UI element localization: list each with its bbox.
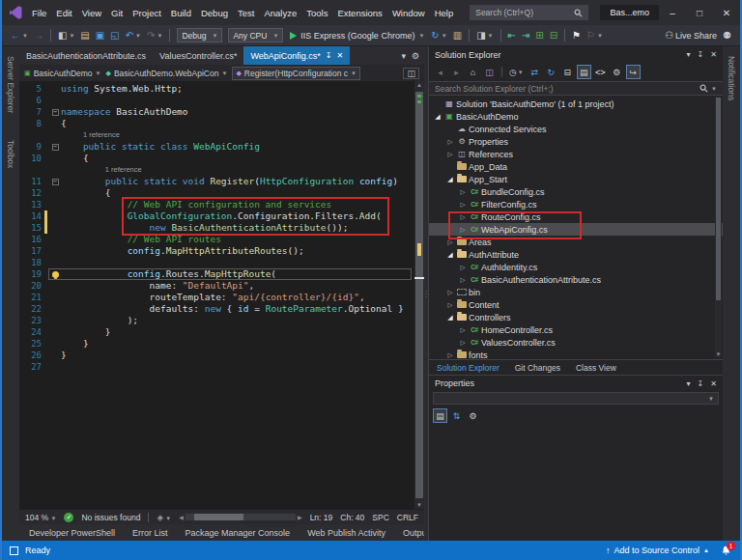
expander-icon[interactable]: ▷ <box>445 301 455 309</box>
close-icon[interactable]: ✕ <box>710 379 717 388</box>
se-refresh-button[interactable]: ↻ <box>544 65 558 79</box>
code-line[interactable]: 13// Web API configuration and services <box>19 199 414 210</box>
code-line[interactable]: 19config.Routes.MapHttpRoute( <box>19 268 414 280</box>
se-home-button[interactable]: ⌂ <box>466 65 480 79</box>
live-share-button[interactable]: ⚇Live Share <box>662 27 720 44</box>
scroll-left-icon[interactable]: ◀ <box>179 514 184 520</box>
scroll-down-icon[interactable]: ▼ <box>414 502 424 508</box>
code-line[interactable]: 17config.MapHttpAttributeRoutes(); <box>19 245 414 257</box>
navigate-next-button[interactable]: ⇥ <box>519 27 532 44</box>
zoom-control[interactable]: 104 % ▼ <box>25 513 56 522</box>
se-pending-changes-filter-button[interactable]: ◷▼ <box>507 65 526 79</box>
expander-icon[interactable]: ◢ <box>433 113 442 121</box>
breadcrumb-class[interactable]: ◆BasicAuthDemo.WebApiCon▼ <box>106 69 228 78</box>
navigate-previous-button[interactable]: ⇤ <box>505 27 519 44</box>
tree-item-webapiconfig-cs[interactable]: ▷C#WebApiConfig.cs <box>429 223 723 236</box>
menu-item-test[interactable]: Test <box>233 4 259 22</box>
split-editor-button[interactable]: ◫ <box>403 68 419 79</box>
expander-icon[interactable]: ▷ <box>458 264 468 271</box>
tree-item-valuescontroller-cs[interactable]: ▷C#ValuesController.cs <box>429 336 723 349</box>
menu-item-tools[interactable]: Tools <box>301 4 332 22</box>
menu-item-file[interactable]: File <box>27 4 51 22</box>
tree-item-solution-basicauthdemo-1-of-1-project-[interactable]: ▦Solution 'BasicAuthDemo' (1 of 1 projec… <box>429 98 723 110</box>
code-line[interactable]: 21routeTemplate: "api/{controller}/{id}"… <box>19 292 414 303</box>
menu-item-project[interactable]: Project <box>128 4 166 22</box>
solution-explorer-search[interactable]: Search Solution Explorer (Ctrl+;) ▼ <box>429 81 723 96</box>
code-line[interactable]: 12{ <box>19 187 414 199</box>
expander-icon[interactable]: ▷ <box>458 276 468 284</box>
panel-tab-solution-explorer[interactable]: Solution Explorer <box>429 361 507 375</box>
expander-icon[interactable]: ◢ <box>445 314 455 322</box>
menu-item-help[interactable]: Help <box>430 4 459 22</box>
lightbulb-icon[interactable] <box>52 271 59 278</box>
solution-platforms-combo[interactable]: Any CPU▼ <box>228 28 283 42</box>
se-view-code-button[interactable]: <> <box>593 65 608 79</box>
se-show-all-files-button[interactable]: ▤ <box>577 65 591 79</box>
document-tab[interactable]: WebApiConfig.cs*↧✕ <box>243 46 350 65</box>
code-line[interactable]: 11−public static void Register(HttpConfi… <box>19 176 414 187</box>
line-indicator[interactable]: Ln: 19 <box>310 513 333 522</box>
se-back-button[interactable]: ◂ <box>433 65 447 79</box>
pin-icon[interactable]: ↧ <box>698 50 704 59</box>
tree-item-basicauthdemo[interactable]: ◢▣BasicAuthDemo <box>429 110 723 123</box>
expander-icon[interactable]: ▷ <box>458 188 468 196</box>
code-line[interactable]: 5using System.Web.Http; <box>19 83 414 95</box>
fold-collapse-icon[interactable]: − <box>52 144 59 151</box>
code-line[interactable]: 8{ <box>19 118 414 129</box>
code-line[interactable]: 23); <box>19 315 414 326</box>
side-tab-toolbox[interactable]: Toolbox <box>6 140 15 168</box>
bottom-tab-web-publish-activity[interactable]: Web Publish Activity <box>307 528 385 538</box>
editor-options-gear[interactable]: ⚙ <box>412 51 419 61</box>
code-line[interactable]: 9−public static class WebApiConfig <box>19 141 414 153</box>
se-sync-active-document-button[interactable]: ⇄ <box>528 65 542 79</box>
pin-icon[interactable]: ↧ <box>326 51 332 60</box>
save-all-button[interactable]: ◱ <box>107 27 122 44</box>
diff-margin-icon[interactable]: ◈ ▼ <box>157 513 171 522</box>
indent-indicator[interactable]: SPC <box>372 513 388 522</box>
chevron-down-icon[interactable]: ▼ <box>711 86 717 92</box>
expander-icon[interactable]: ▷ <box>458 339 468 347</box>
expander-icon[interactable]: ▷ <box>445 151 455 158</box>
fold-collapse-icon[interactable]: − <box>52 109 59 116</box>
bottom-tab-developer-powershell[interactable]: Developer PowerShell <box>29 528 115 538</box>
prop-alphabetical-button[interactable]: ⇅ <box>449 408 464 423</box>
se-preview-selected-button[interactable]: ↪ <box>626 65 641 79</box>
close-icon[interactable]: ✕ <box>337 51 344 60</box>
column-indicator[interactable]: Ch: 40 <box>340 513 364 522</box>
code-line[interactable]: 24} <box>19 326 414 338</box>
hscroll-thumb[interactable] <box>194 514 243 520</box>
tree-item-homecontroller-cs[interactable]: ▷C#HomeController.cs <box>429 323 723 336</box>
prop-categorized-button[interactable]: ▤ <box>433 408 447 423</box>
window-menu-icon[interactable]: ▾ <box>687 379 691 388</box>
code-line[interactable]: 10{ <box>19 153 414 164</box>
editor-horizontal-scrollbar[interactable]: ◀ ▶ <box>179 514 301 520</box>
editor-vertical-scrollbar[interactable]: ▲ ▼ <box>414 81 424 509</box>
eol-indicator[interactable]: CRLF <box>397 513 418 522</box>
add-to-source-control-button[interactable]: ↑ Add to Source Control ▲ <box>606 546 709 555</box>
breadcrumb-project[interactable]: ▣BasicAuthDemo▼ <box>24 69 101 78</box>
menu-item-analyze[interactable]: Analyze <box>259 4 301 22</box>
window-menu-icon[interactable]: ▾ <box>687 50 691 59</box>
pin-icon[interactable]: ↧ <box>698 379 704 388</box>
hscroll-track[interactable] <box>186 514 296 520</box>
menu-item-edit[interactable]: Edit <box>51 4 76 22</box>
document-tab[interactable]: BasicAuthenticationAttribute.cs <box>19 46 153 65</box>
code-line[interactable]: 7−namespace BasicAuthDemo <box>19 106 414 118</box>
nav-forward-button[interactable]: → <box>31 27 46 44</box>
expander-icon[interactable]: ▷ <box>445 138 455 146</box>
expander-icon[interactable]: ▷ <box>458 326 468 334</box>
undo-button[interactable]: ↶▼ <box>123 27 144 44</box>
redo-button[interactable]: ↷▼ <box>144 27 165 44</box>
prop-property-pages-button[interactable]: ⚙ <box>466 408 480 423</box>
codelens-references[interactable]: 1 reference <box>61 129 120 141</box>
close-icon[interactable]: ✕ <box>710 50 717 59</box>
tree-item-basicauthenticationattribute-cs[interactable]: ▷C#BasicAuthenticationAttribute.cs <box>429 273 723 286</box>
se-collapse-all-button[interactable]: ⊟ <box>560 65 575 79</box>
panel-tab-git-changes[interactable]: Git Changes <box>507 361 568 375</box>
menu-item-window[interactable]: Window <box>387 4 430 22</box>
quick-search-box[interactable]: Search (Ctrl+Q) <box>470 5 588 20</box>
scrollbar-thumb[interactable] <box>415 92 423 498</box>
tree-scrollbar[interactable]: ▼ <box>715 98 722 357</box>
expander-icon[interactable]: ▷ <box>458 201 468 209</box>
tree-item-authattribute[interactable]: ◢AuthAttribute <box>429 248 723 261</box>
